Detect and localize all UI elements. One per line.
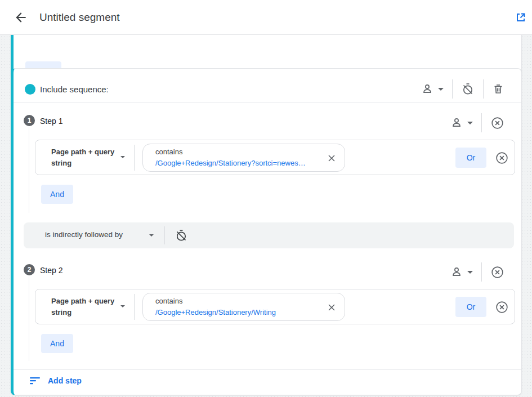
- step-2-label: Step 2: [40, 266, 62, 275]
- step-2-number: 2: [24, 264, 35, 275]
- add-step-button[interactable]: Add step: [30, 376, 82, 385]
- remove-step-2-button[interactable]: [490, 265, 504, 279]
- step-1-and-button[interactable]: And: [41, 185, 73, 204]
- open-in-new-icon[interactable]: [515, 12, 526, 23]
- toolbar-divider: [483, 79, 484, 99]
- toolbar-divider: [481, 113, 482, 132]
- step-1-scope-dropdown[interactable]: [450, 117, 473, 129]
- step-1-filter-value: /Google+Redesign/Stationery?sortci=newes…: [155, 159, 306, 167]
- back-button[interactable]: [14, 10, 28, 25]
- clear-filter-button[interactable]: [327, 153, 337, 163]
- top-header: Untitled segment: [0, 0, 532, 35]
- chevron-down-icon: [467, 122, 473, 124]
- segment-builder-page: AND Include sequence:: [0, 0, 532, 397]
- toolbar-divider: [452, 79, 453, 99]
- toolbar-divider: [481, 262, 482, 282]
- include-sequence-card: Include sequence:: [11, 68, 522, 395]
- bar-divider: [164, 226, 165, 244]
- person-icon: [421, 83, 433, 95]
- step-2-condition-row: Page path + query string contains /Googl…: [35, 289, 515, 324]
- step-1-condition-row: Page path + query string contains /Googl…: [35, 140, 515, 175]
- include-scope-dot: [25, 84, 35, 95]
- step-1-dimension-select[interactable]: Page path + query string: [51, 146, 119, 169]
- card-footer-divider: [14, 369, 521, 370]
- clear-filter-button[interactable]: [327, 302, 337, 313]
- chevron-down-icon: [438, 88, 444, 91]
- remove-condition-button[interactable]: [495, 151, 509, 165]
- step-1-label: Step 1: [40, 117, 62, 126]
- step-2-operator: contains: [155, 297, 182, 305]
- chevron-down-icon: [120, 305, 125, 307]
- step-1-operator: contains: [155, 148, 182, 156]
- step-2-filter-value: /Google+Redesign/Stationery/Writing: [155, 308, 276, 316]
- chevron-down-icon: [467, 271, 473, 274]
- chevron-down-icon: [149, 234, 154, 237]
- step-2-filter-pill[interactable]: contains /Google+Redesign/Stationery/Wri…: [142, 293, 345, 321]
- timer-off-icon[interactable]: [175, 229, 188, 242]
- step-1-filter-pill[interactable]: contains /Google+Redesign/Stationery?sor…: [142, 144, 345, 172]
- page-title: Untitled segment: [39, 0, 120, 35]
- circled-x-icon: [490, 265, 504, 279]
- remove-step-1-button[interactable]: [490, 116, 504, 130]
- trash-icon: [492, 83, 504, 95]
- segment-canvas: AND Include sequence:: [0, 35, 532, 397]
- remove-condition-button[interactable]: [495, 300, 509, 314]
- add-step-label: Add step: [48, 376, 82, 385]
- timer-off-icon: [461, 82, 475, 96]
- sequence-card-title: Include sequence:: [40, 84, 109, 95]
- step-2-dimension-select[interactable]: Page path + query string: [51, 296, 119, 318]
- chevron-down-icon: [120, 156, 125, 158]
- sort-lines-icon: [30, 377, 41, 385]
- step-2-and-button[interactable]: And: [41, 334, 73, 353]
- sequence-connector-select[interactable]: is indirectly followed by: [45, 230, 123, 239]
- condition-divider: [134, 145, 135, 171]
- step-2-or-button[interactable]: Or: [455, 297, 486, 317]
- sequence-connector-bar: is indirectly followed by: [24, 222, 514, 248]
- step-2-connector-line: [29, 276, 29, 361]
- person-icon: [450, 266, 463, 278]
- circled-x-icon: [490, 116, 504, 130]
- delete-sequence-button[interactable]: [492, 83, 504, 95]
- person-icon: [450, 117, 463, 129]
- step-1-connector-line: [29, 127, 29, 213]
- condition-divider: [134, 294, 135, 320]
- user-scope-dropdown[interactable]: [421, 83, 444, 95]
- card-header-divider: [14, 102, 521, 103]
- time-constraint-button[interactable]: [461, 82, 475, 96]
- step-1-or-button[interactable]: Or: [455, 148, 486, 168]
- step-1-number: 1: [24, 115, 35, 126]
- step-2-scope-dropdown[interactable]: [450, 266, 473, 278]
